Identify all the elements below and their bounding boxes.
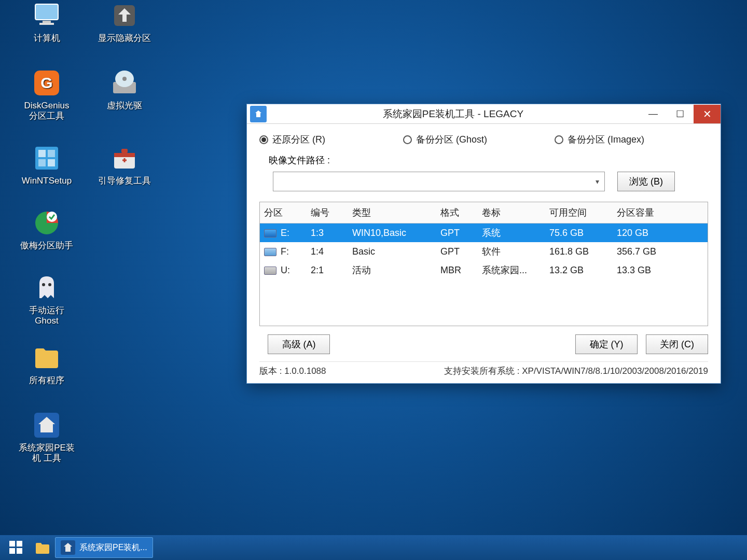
- disk-icon: G: [31, 67, 62, 99]
- mode-radio-group: 还原分区 (R) 备份分区 (Ghost) 备份分区 (Imagex): [259, 133, 708, 146]
- svg-text:G: G: [40, 74, 52, 91]
- col-free[interactable]: 可用空间: [545, 202, 613, 223]
- icon-label: 所有程序: [29, 375, 64, 386]
- drive-icon: [264, 229, 276, 237]
- icon-computer[interactable]: 计算机: [10, 0, 83, 62]
- arrow-icon: [109, 0, 140, 31]
- drive-icon: [264, 267, 276, 275]
- close-button[interactable]: ✕: [694, 105, 721, 123]
- status-bar: 版本 : 1.0.0.1088 支持安装所有系统 : XP/VISTA/WIN7…: [259, 361, 708, 379]
- icon-ghost[interactable]: 手动运行Ghost: [10, 272, 83, 334]
- image-path-label: 映像文件路径 :: [269, 154, 330, 166]
- table-row[interactable]: E:1:3WIN10,BasicGPT系统75.6 GB120 GB: [260, 223, 708, 243]
- svg-point-12: [42, 283, 45, 286]
- svg-rect-1: [43, 21, 51, 23]
- icon-diskgenius[interactable]: G DiskGenius分区工具: [10, 67, 83, 130]
- table-row[interactable]: U:2:1活动MBR系统家园...13.2 GB13.3 GB: [260, 261, 708, 279]
- col-format[interactable]: 格式: [436, 202, 478, 223]
- icon-label: DiskGenius分区工具: [24, 101, 70, 121]
- toolbox-icon: [109, 143, 140, 174]
- svg-point-11: [47, 212, 57, 222]
- window-title: 系统家园PE装机工具 - LEGACY: [267, 107, 640, 121]
- icon-aomei[interactable]: 傲梅分区助手: [10, 207, 83, 270]
- icon-label: 显示隐藏分区: [98, 33, 151, 44]
- monitor-icon: [31, 0, 62, 31]
- svg-point-18: [122, 77, 127, 81]
- svg-rect-6: [38, 150, 46, 157]
- radio-icon: [259, 135, 268, 144]
- support-label: 支持安装所有系统 : XP/VISTA/WIN7/8/8.1/10/2003/2…: [347, 365, 708, 377]
- icon-show-hidden[interactable]: 显示隐藏分区: [88, 0, 161, 62]
- icon-label: 傲梅分区助手: [20, 241, 73, 251]
- svg-rect-21: [121, 149, 128, 153]
- col-number[interactable]: 编号: [307, 202, 348, 223]
- radio-label: 备份分区 (Ghost): [416, 133, 487, 146]
- svg-rect-0: [35, 4, 58, 20]
- start-button[interactable]: [2, 537, 30, 558]
- svg-rect-23: [9, 541, 15, 547]
- icon-winntsetup[interactable]: WinNTSetup: [10, 143, 83, 205]
- svg-rect-9: [48, 159, 55, 166]
- svg-rect-2: [39, 23, 54, 25]
- window-body: 还原分区 (R) 备份分区 (Ghost) 备份分区 (Imagex) 映像文件…: [247, 124, 721, 383]
- svg-rect-25: [9, 548, 15, 554]
- drive-icon: [264, 248, 276, 256]
- folder-icon: [31, 342, 62, 373]
- taskbar-app-label: 系统家园PE装机...: [79, 542, 147, 553]
- col-type[interactable]: 类型: [348, 202, 436, 223]
- house-icon: [31, 410, 62, 441]
- setup-icon: [31, 143, 62, 174]
- svg-rect-20: [114, 153, 135, 157]
- radio-icon: [403, 135, 412, 144]
- table-header-row: 分区 编号 类型 格式 卷标 可用空间 分区容量: [260, 202, 708, 223]
- pe-installer-window: 系统家园PE装机工具 - LEGACY — ☐ ✕ 还原分区 (R) 备份分区 …: [246, 104, 721, 384]
- table-row[interactable]: F:1:4BasicGPT软件161.8 GB356.7 GB: [260, 242, 708, 261]
- radio-icon: [555, 135, 563, 144]
- svg-rect-24: [17, 541, 22, 547]
- radio-backup-imagex[interactable]: 备份分区 (Imagex): [555, 133, 644, 146]
- radio-label: 备份分区 (Imagex): [568, 133, 644, 146]
- icon-label: 手动运行Ghost: [29, 305, 64, 326]
- icon-virtual-cd[interactable]: 虚拟光驱: [88, 67, 161, 130]
- col-volume[interactable]: 卷标: [478, 202, 545, 223]
- version-label: 版本 : 1.0.0.1088: [259, 365, 326, 377]
- svg-point-13: [48, 283, 51, 286]
- radio-restore[interactable]: 还原分区 (R): [259, 133, 325, 146]
- icon-label: 虚拟光驱: [107, 101, 142, 111]
- col-capacity[interactable]: 分区容量: [613, 202, 708, 223]
- taskbar-app-active[interactable]: 系统家园PE装机...: [55, 537, 153, 558]
- ok-button[interactable]: 确定 (Y): [575, 334, 638, 354]
- icon-label: 引导修复工具: [98, 176, 151, 186]
- radio-backup-ghost[interactable]: 备份分区 (Ghost): [403, 133, 487, 146]
- taskbar: 系统家园PE装机...: [0, 535, 747, 560]
- icon-boot-repair[interactable]: 引导修复工具: [88, 143, 161, 205]
- icon-all-programs[interactable]: 所有程序: [10, 342, 83, 404]
- svg-rect-7: [48, 150, 55, 157]
- col-partition[interactable]: 分区: [260, 202, 307, 223]
- minimize-button[interactable]: —: [640, 105, 667, 123]
- taskbar-explorer[interactable]: [32, 537, 53, 558]
- image-path-combo[interactable]: ▾: [273, 172, 605, 191]
- cancel-button[interactable]: 关闭 (C): [646, 334, 708, 354]
- partition-icon: [31, 207, 62, 239]
- titlebar[interactable]: 系统家园PE装机工具 - LEGACY — ☐ ✕: [247, 104, 721, 124]
- app-icon: [250, 106, 267, 122]
- icon-label: 系统家园PE装机 工具: [19, 443, 75, 463]
- ghost-icon: [31, 272, 62, 303]
- icon-label: WinNTSetup: [22, 176, 72, 186]
- maximize-button[interactable]: ☐: [667, 105, 694, 123]
- icon-pe-tool[interactable]: 系统家园PE装机 工具: [10, 410, 83, 472]
- partition-table: 分区 编号 类型 格式 卷标 可用空间 分区容量 E:1:3WIN10,Basi…: [259, 202, 708, 326]
- cd-drive-icon: [109, 67, 140, 99]
- advanced-button[interactable]: 高级 (A): [268, 334, 330, 354]
- svg-rect-26: [17, 548, 22, 554]
- browse-button[interactable]: 浏览 (B): [617, 172, 675, 191]
- radio-label: 还原分区 (R): [272, 133, 325, 146]
- icon-label: 计算机: [34, 33, 60, 44]
- chevron-down-icon: ▾: [596, 177, 599, 186]
- svg-rect-8: [38, 159, 46, 166]
